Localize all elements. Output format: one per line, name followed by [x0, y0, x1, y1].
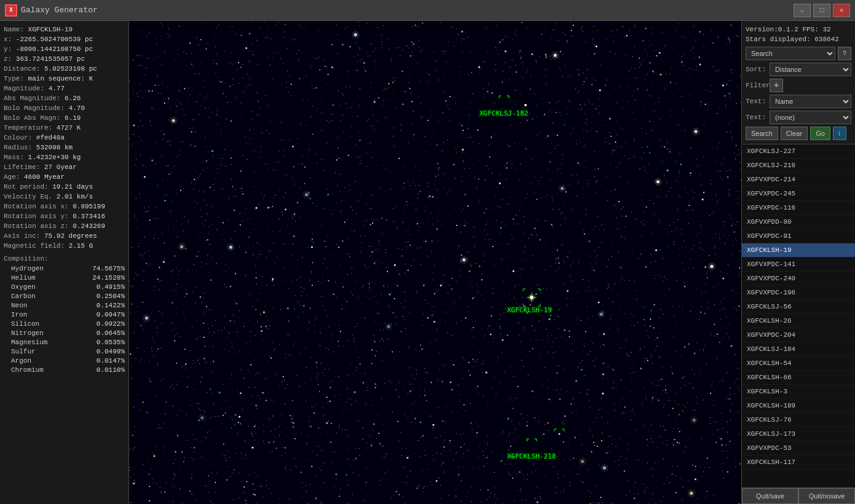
titlebar-left: X Galaxy Generator: [5, 4, 98, 17]
star-list-item[interactable]: XGFVXPDC-141: [742, 258, 855, 272]
bolo-magnitude-row: Bolo Magnitude: 4.70: [4, 103, 125, 113]
star-list-item[interactable]: XGFCKLSH-3: [742, 385, 855, 399]
close-button[interactable]: ✕: [833, 4, 850, 17]
bolo-abs-magn-row: Bolo Abs Magn: 6.19: [4, 113, 125, 123]
star-name: XGFCKLSH-19: [28, 26, 73, 33]
rot-period-row: Rot period: 19.21 days: [4, 182, 125, 192]
text1-dropdown[interactable]: Name (none): [770, 95, 851, 108]
star-list-item[interactable]: XGFVXPDC-240: [742, 272, 855, 286]
star-list-item[interactable]: XGFVXPDC-214: [742, 173, 855, 187]
composition-row: Neon0.1422%: [4, 301, 125, 310]
mass: 1.4232e+30 kg: [28, 154, 81, 161]
magnitude-row: Magnitude: 4.77: [4, 84, 125, 93]
star-map[interactable]: XGFCKLSJ-182XGFCKLSH-19XGFCKLSH-54XGFCKL…: [129, 21, 741, 504]
star-list-item[interactable]: XGFVXPDD-80: [742, 215, 855, 229]
star-list-item[interactable]: XGFCKLSH-66: [742, 371, 855, 385]
velocity-eq-row: Velocity Eq. 2.01 km/s: [4, 192, 125, 202]
star-list-item[interactable]: XGFVXPDC-53: [742, 441, 855, 455]
star-list-item[interactable]: XGFCKLSH-26: [742, 314, 855, 328]
main-layout: Name: XGFCKLSH-19 x: -2265.5024700539 pc…: [0, 21, 855, 504]
bolo-magnitude: 4.70: [69, 104, 85, 112]
star-list-item[interactable]: XGFCKLSJ-56: [742, 300, 855, 314]
star-list-item[interactable]: XGFVXPDC-91: [742, 229, 855, 243]
composition-row: Carbon0.2504%: [4, 292, 125, 301]
composition-row: Helium24.1528%: [4, 274, 125, 283]
composition-list: Hydrogen74.5675%Helium24.1528%Oxygen0.49…: [4, 264, 125, 375]
search-row: Search ?: [746, 47, 851, 60]
composition-row: Sulfur0.0499%: [4, 347, 125, 356]
quit-save-button[interactable]: Quit/save: [742, 488, 798, 504]
filter-row: Filter: +: [746, 79, 851, 92]
quit-nosave-button[interactable]: Quit/nosave: [798, 488, 855, 504]
sort-row: Sort: Distance Name: [746, 63, 851, 76]
info-button[interactable]: i: [833, 127, 846, 140]
sort-dropdown[interactable]: Distance Name: [770, 63, 851, 76]
filter-plus-button[interactable]: +: [770, 79, 783, 92]
minimize-button[interactable]: ⌵: [794, 4, 811, 17]
search-button[interactable]: Search: [746, 127, 778, 140]
sort-label: Sort:: [746, 66, 767, 73]
age-row: Age: 4600 Myear: [4, 172, 125, 182]
star-list-item[interactable]: XGFVXPDC-196: [742, 286, 855, 300]
star-list-item[interactable]: XGFCKLSJ-227: [742, 144, 855, 159]
type-row: Type: main sequence: K: [4, 74, 125, 84]
star-list: XGFCKLSJ-227XGFCKLSJ-218XGFVXPDC-214XGFV…: [742, 144, 855, 487]
app-icon: X: [5, 4, 17, 17]
coord-y-row: y: -8090.1442108750 pc: [4, 44, 125, 54]
maximize-button[interactable]: □: [813, 4, 830, 17]
star-list-item[interactable]: XGFVXPDC-116: [742, 201, 855, 215]
axis-inc: 75.92 degrees: [44, 232, 97, 240]
star-list-item[interactable]: XGFCKLSJ-76: [742, 413, 855, 427]
star-list-item[interactable]: XGFCKLSJ-218: [742, 159, 855, 173]
temperature: 4727 K: [57, 124, 81, 132]
composition-row: Iron0.0947%: [4, 310, 125, 320]
age: 4600 Myear: [24, 173, 65, 181]
right-bottom: Quit/save Quit/nosave: [742, 487, 855, 504]
velocity-eq: 2.01 km/s: [57, 193, 93, 200]
colour: #fed48a: [36, 134, 65, 141]
star-list-item[interactable]: XGFVXPDC-245: [742, 187, 855, 201]
temperature-row: Temperature: 4727 K: [4, 123, 125, 133]
lifetime-row: Lifetime: 27 Gyear: [4, 162, 125, 172]
composition-row: Argon0.0147%: [4, 356, 125, 366]
version-row: Version:0.1.2 FPS: 32: [746, 25, 851, 34]
mass-row: Mass: 1.4232e+30 kg: [4, 152, 125, 162]
text2-row: Text: (none) Name: [746, 111, 851, 124]
clear-button[interactable]: Clear: [781, 127, 808, 140]
stars-displayed-row: Stars displayed: 638642: [746, 34, 851, 44]
titlebar-title: Galaxy Generator: [21, 6, 98, 15]
composition-row: Hydrogen74.5675%: [4, 264, 125, 274]
filter-label: Filter:: [746, 82, 767, 89]
colour-row: Colour: #fed48a: [4, 133, 125, 143]
rotation-axis-y: 0.373416: [73, 213, 105, 220]
text1-label: Text:: [746, 98, 767, 105]
star-list-item[interactable]: XGFCKLSH-19: [742, 243, 855, 258]
lifetime: 27 Gyear: [44, 163, 77, 171]
go-button[interactable]: Go: [810, 127, 830, 140]
star-list-item[interactable]: XGFCKLSH-117: [742, 455, 855, 470]
radius: 532098 km: [36, 144, 73, 151]
coord-y: -8090.1442108750 pc: [16, 45, 93, 53]
coord-x: -2265.5024700539 pc: [16, 36, 93, 43]
axis-inc-row: Axis inc: 75.92 degrees: [4, 231, 125, 241]
bolo-abs-magn: 6.19: [65, 114, 81, 122]
composition-row: Oxygen0.4915%: [4, 283, 125, 292]
star-list-item[interactable]: XGFCKLSJ-173: [742, 427, 855, 441]
star-list-item[interactable]: XGFCKLSH-54: [742, 356, 855, 371]
star-list-item[interactable]: XGFCKLSH-189: [742, 399, 855, 413]
star-list-item[interactable]: XGFCKLSJ-184: [742, 342, 855, 356]
star-canvas: [129, 21, 741, 504]
stars-displayed-text: Stars displayed: 638642: [746, 36, 839, 43]
rotation-axis-z-row: Rotation axis z: 0.243269: [4, 221, 125, 231]
help-button[interactable]: ?: [838, 47, 851, 60]
titlebar: X Galaxy Generator ⌵ □ ✕: [0, 0, 855, 21]
search-type-dropdown[interactable]: Search: [746, 47, 835, 60]
version-text: Version:0.1.2 FPS: 32: [746, 26, 831, 33]
rot-period: 19.21 days: [52, 183, 93, 191]
right-top-controls: Version:0.1.2 FPS: 32 Stars displayed: 6…: [742, 21, 855, 144]
text2-dropdown[interactable]: (none) Name: [770, 111, 851, 124]
coord-z: 363.7241535057 pc: [16, 55, 85, 63]
rotation-axis-x: 0.895199: [73, 203, 105, 210]
star-list-item[interactable]: XGFVXPDC-204: [742, 328, 855, 342]
coord-x-row: x: -2265.5024700539 pc: [4, 34, 125, 44]
